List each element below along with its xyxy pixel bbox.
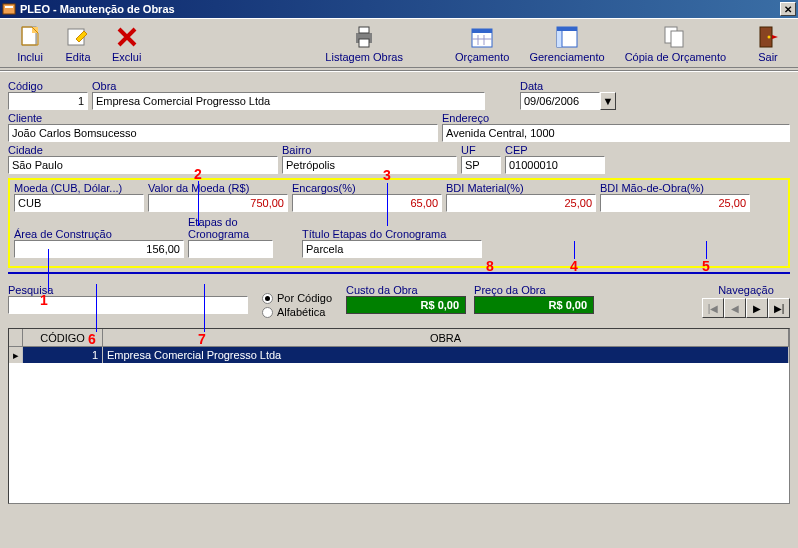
radio-icon bbox=[262, 293, 273, 304]
custo-label: Custo da Obra bbox=[346, 284, 466, 296]
svg-rect-6 bbox=[359, 27, 369, 33]
bdi-material-label: BDI Material(%) bbox=[446, 182, 596, 194]
listagem-obras-button[interactable]: Listagem Obras bbox=[317, 23, 411, 65]
cliente-input[interactable] bbox=[8, 124, 438, 142]
preco-label: Preço da Obra bbox=[474, 284, 594, 296]
cep-input[interactable] bbox=[505, 156, 605, 174]
obra-label: Obra bbox=[92, 80, 516, 92]
data-input[interactable] bbox=[520, 92, 600, 110]
titulo-etapas-input[interactable] bbox=[302, 240, 482, 258]
divider-blue bbox=[8, 272, 790, 274]
cidade-label: Cidade bbox=[8, 144, 278, 156]
valor-moeda-input[interactable] bbox=[148, 194, 288, 212]
etapas-label: Etapas do Cronograma bbox=[188, 216, 298, 240]
calendar-icon bbox=[470, 25, 494, 49]
window-title: PLEO - Manutenção de Obras bbox=[20, 3, 780, 15]
nav-last-button[interactable]: ▶| bbox=[768, 298, 790, 318]
edita-label: Edita bbox=[65, 51, 90, 63]
listagem-obras-label: Listagem Obras bbox=[325, 51, 403, 63]
copia-orcamento-label: Cópia de Orçamento bbox=[625, 51, 727, 63]
annotation-line-3 bbox=[387, 183, 388, 226]
svg-point-20 bbox=[768, 36, 771, 39]
annotation-line-7 bbox=[204, 284, 205, 332]
gerenciamento-label: Gerenciamento bbox=[529, 51, 604, 63]
annotation-marker-1: 1 bbox=[40, 292, 48, 308]
encargos-label: Encargos(%) bbox=[292, 182, 442, 194]
annotation-marker-7: 7 bbox=[198, 331, 206, 347]
delete-icon bbox=[115, 25, 139, 49]
edita-button[interactable]: Edita bbox=[56, 23, 100, 65]
orcamento-button[interactable]: Orçamento bbox=[447, 23, 517, 65]
annotation-marker-3: 3 bbox=[383, 167, 391, 183]
annotation-marker-6: 6 bbox=[88, 331, 96, 347]
uf-input[interactable] bbox=[461, 156, 501, 174]
grid-row[interactable]: ▸ 1 Empresa Comercial Progresso Ltda bbox=[9, 347, 789, 363]
cidade-input[interactable] bbox=[8, 156, 278, 174]
svg-rect-9 bbox=[472, 29, 492, 33]
toolbar: Inclui Edita Exclui Listagem Obras Orçam… bbox=[0, 18, 798, 68]
exclui-label: Exclui bbox=[112, 51, 141, 63]
moeda-label: Moeda (CUB, Dólar...) bbox=[14, 182, 144, 194]
annotation-marker-4: 4 bbox=[570, 258, 578, 274]
nav-first-button[interactable]: |◀ bbox=[702, 298, 724, 318]
annotation-line-1 bbox=[48, 249, 49, 291]
sair-button[interactable]: Sair bbox=[746, 23, 790, 65]
close-button[interactable]: ✕ bbox=[780, 2, 796, 16]
grid-row-selector-header bbox=[9, 329, 23, 346]
data-label: Data bbox=[520, 80, 616, 92]
grid-cell-obra: Empresa Comercial Progresso Ltda bbox=[103, 347, 789, 363]
search-mode-group: Por Código Alfabética bbox=[256, 284, 338, 322]
obra-input[interactable] bbox=[92, 92, 485, 110]
encargos-input[interactable] bbox=[292, 194, 442, 212]
orcamento-label: Orçamento bbox=[455, 51, 509, 63]
highlighted-fields-box: Moeda (CUB, Dólar...) Valor da Moeda (R$… bbox=[8, 178, 790, 268]
grid-row-indicator: ▸ bbox=[9, 347, 23, 363]
nav-label: Navegação bbox=[718, 284, 774, 296]
codigo-label: Código bbox=[8, 80, 88, 92]
por-codigo-label: Por Código bbox=[277, 292, 332, 304]
annotation-line-4 bbox=[574, 241, 575, 259]
inclui-button[interactable]: Inclui bbox=[8, 23, 52, 65]
svg-rect-14 bbox=[557, 27, 577, 31]
endereco-label: Endereço bbox=[442, 112, 790, 124]
titlebar: PLEO - Manutenção de Obras ✕ bbox=[0, 0, 798, 18]
por-codigo-radio[interactable]: Por Código bbox=[262, 292, 332, 304]
etapas-input[interactable] bbox=[188, 240, 273, 258]
exclui-button[interactable]: Exclui bbox=[104, 23, 149, 65]
bdi-mao-obra-input[interactable] bbox=[600, 194, 750, 212]
annotation-line-2 bbox=[198, 181, 199, 226]
gerenciamento-button[interactable]: Gerenciamento bbox=[521, 23, 612, 65]
divider bbox=[0, 70, 798, 72]
annotation-marker-8: 8 bbox=[486, 258, 494, 274]
obras-grid: CÓDIGO OBRA ▸ 1 Empresa Comercial Progre… bbox=[8, 328, 790, 504]
alfabetica-radio[interactable]: Alfabética bbox=[262, 306, 332, 318]
svg-rect-15 bbox=[557, 31, 562, 47]
data-dropdown-button[interactable]: ▼ bbox=[600, 92, 616, 110]
cep-label: CEP bbox=[505, 144, 605, 156]
alfabetica-label: Alfabética bbox=[277, 306, 325, 318]
custo-value: R$ 0,00 bbox=[346, 296, 466, 314]
svg-rect-18 bbox=[671, 31, 683, 47]
printer-icon bbox=[352, 25, 376, 49]
nav-next-button[interactable]: ▶ bbox=[746, 298, 768, 318]
sair-label: Sair bbox=[758, 51, 778, 63]
bairro-input[interactable] bbox=[282, 156, 457, 174]
codigo-input[interactable] bbox=[8, 92, 88, 110]
nav-prev-button[interactable]: ◀ bbox=[724, 298, 746, 318]
area-input[interactable] bbox=[14, 240, 184, 258]
annotation-line-5 bbox=[706, 241, 707, 259]
app-icon bbox=[2, 2, 16, 16]
copia-orcamento-button[interactable]: Cópia de Orçamento bbox=[617, 23, 735, 65]
moeda-input[interactable] bbox=[14, 194, 144, 212]
preco-value: R$ 0,00 bbox=[474, 296, 594, 314]
svg-rect-7 bbox=[359, 39, 369, 47]
grid-cell-codigo: 1 bbox=[23, 347, 103, 363]
exit-icon bbox=[756, 25, 780, 49]
annotation-marker-5: 5 bbox=[702, 258, 710, 274]
radio-icon bbox=[262, 307, 273, 318]
endereco-input[interactable] bbox=[442, 124, 790, 142]
annotation-line-6 bbox=[96, 284, 97, 332]
bdi-material-input[interactable] bbox=[446, 194, 596, 212]
spreadsheet-icon bbox=[555, 25, 579, 49]
uf-label: UF bbox=[461, 144, 501, 156]
